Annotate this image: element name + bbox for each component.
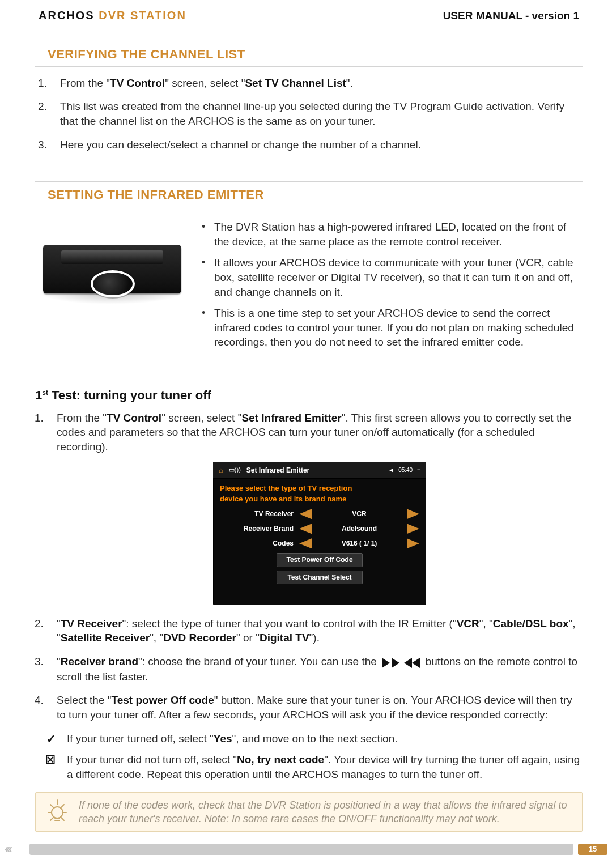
right-arrow-icon: [407, 538, 419, 548]
brand: ARCHOS DVR STATION: [39, 8, 186, 23]
section2-bullets: The DVR Station has a high-powered infra…: [197, 220, 579, 356]
test-step-4: Select the "Test power Off code" button.…: [46, 693, 583, 722]
ss-clock: 05:40: [398, 466, 413, 474]
section1-item-2: This list was created from the channel l…: [50, 99, 579, 128]
test-step-1: From the "TV Control" screen, select "Se…: [46, 411, 583, 605]
fast-rewind-icon: [404, 658, 412, 668]
right-arrow-icon: [407, 509, 419, 519]
ss-title: Set Infrared Emitter: [246, 466, 309, 475]
device-figure: [39, 223, 186, 311]
fast-rewind-icon: [412, 658, 420, 668]
header-rule: [35, 28, 583, 28]
menu-icon: ≡: [417, 466, 420, 474]
fast-forward-icon: [382, 658, 390, 668]
footer: ‹‹‹ 15: [0, 841, 612, 858]
tip-text: If none of the codes work, check that th…: [79, 798, 572, 826]
svg-line-5: [61, 805, 64, 807]
test-step-2: "TV Receiver": select the type of tuner …: [46, 616, 583, 645]
manual-version: USER MANUAL - version 1: [443, 8, 579, 23]
result-yes: If your tuner turned off, select "Yes", …: [44, 731, 583, 746]
section2-bullet-2: It allows your ARCHOS device to communic…: [197, 256, 579, 299]
ss-btn-test-power-off: Test Power Off Code: [277, 553, 363, 567]
emitter-screenshot: ⌂ ▭))) Set Infrared Emitter ◄ 05:40 ≡ Pl…: [213, 462, 426, 605]
footer-mark-icon: ‹‹‹: [0, 841, 27, 858]
section2-title: SETTING THE INFRARED EMITTER: [35, 182, 583, 207]
section2-bullet-3: This is a one time step to set your ARCH…: [197, 306, 579, 350]
left-arrow-icon: [299, 538, 312, 548]
page-number: 15: [578, 844, 607, 855]
page-header: ARCHOS DVR STATION USER MANUAL - version…: [35, 8, 583, 23]
ss-row-codes: Codes V616 ( 1/ 1): [220, 538, 419, 548]
section1-title: VERIFYING THE CHANNEL LIST: [35, 41, 583, 66]
left-arrow-icon: [299, 524, 312, 534]
device-slot: [61, 250, 163, 264]
section1-item-1: From the "TV Control" screen, select "Se…: [50, 76, 579, 91]
device-ir-led: [91, 270, 135, 297]
section1-list: From the "TV Control" screen, select "Se…: [50, 76, 579, 152]
svg-line-6: [50, 818, 53, 820]
svg-line-7: [61, 818, 64, 820]
svg-line-4: [50, 805, 53, 807]
ss-btn-test-channel-select: Test Channel Select: [277, 571, 363, 584]
left-arrow-icon: [299, 509, 312, 519]
svg-point-0: [52, 807, 63, 818]
home-icon: ⌂: [219, 465, 223, 475]
section2-bullet-1: The DVR Station has a high-powered infra…: [197, 220, 579, 249]
ss-row-receiver-brand: Receiver Brand Adelsound: [220, 524, 419, 534]
section1-body: From the "TV Control" screen, select "Se…: [35, 67, 583, 166]
test-steps: From the "TV Control" screen, select "Se…: [46, 411, 583, 722]
footer-bar: [29, 844, 573, 855]
section1-item-3: Here you can deselect/select a channel o…: [50, 138, 579, 152]
right-arrow-icon: [407, 524, 419, 534]
brand-orange: DVR STATION: [99, 9, 186, 22]
battery-icon: ▭))): [229, 466, 241, 474]
lightbulb-icon: [46, 799, 69, 825]
page: ARCHOS DVR STATION USER MANUAL - version…: [0, 0, 612, 868]
ss-prompt: Please select the type of TV reception d…: [213, 479, 426, 505]
back-arrow-icon: ◄: [388, 466, 394, 474]
first-test-heading: 1st Test: turning your tuner off: [35, 387, 583, 404]
result-no: If your tuner did not turn off, select "…: [44, 752, 583, 781]
ss-row-tv-receiver: TV Receiver VCR: [220, 509, 419, 519]
ss-topbar: ⌂ ▭))) Set Infrared Emitter ◄ 05:40 ≡: [213, 462, 426, 479]
tip-box: If none of the codes work, check that th…: [35, 792, 583, 832]
brand-black: ARCHOS: [39, 9, 95, 22]
fast-forward-icon: [392, 658, 400, 668]
ss-right: ◄ 05:40 ≡: [388, 466, 420, 474]
section2-rule-bottom: [35, 207, 583, 207]
fast-fwd-rev-icons: [382, 655, 420, 670]
test-step-3: "Receiver brand": choose the brand of yo…: [46, 654, 583, 684]
section2-body: The DVR Station has a high-powered infra…: [35, 211, 583, 361]
